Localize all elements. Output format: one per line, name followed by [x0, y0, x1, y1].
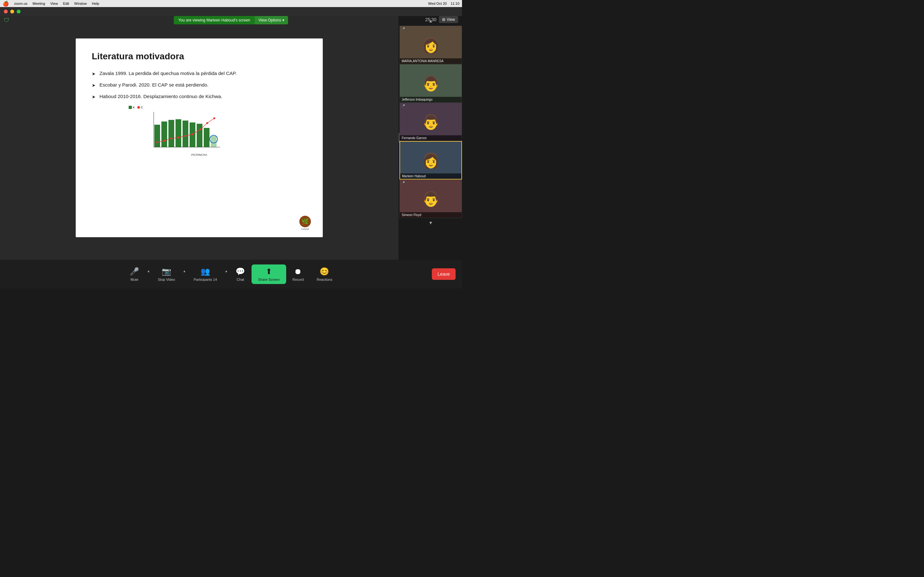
slide-bullet-1: ➤ Zavala 1999. La perdida del quechua mo… — [92, 71, 307, 76]
meeting-timer: 25:30 — [425, 17, 436, 22]
svg-rect-4 — [183, 121, 188, 147]
bullet-arrow-2: ➤ — [92, 83, 95, 88]
bullet-arrow-3: ➤ — [92, 94, 95, 99]
video-label: Stop Video — [158, 277, 175, 282]
toolbar: 🎤 Mute ▲ 📷 Stop Video ▲ 👥 Participants 1… — [0, 259, 462, 288]
system-date: Wed Oct 20 — [428, 2, 447, 5]
mic-off-icon: 🎤 — [401, 104, 405, 108]
apple-menu[interactable]: 🍎 — [3, 1, 9, 7]
record-label: Record — [292, 277, 304, 282]
share-screen-button[interactable]: ⬆ Share Screen — [252, 264, 286, 284]
participants-button[interactable]: 👥 Participants 14 — [187, 264, 224, 284]
scroll-down-button[interactable]: ▼ — [399, 218, 462, 227]
svg-rect-3 — [176, 119, 181, 147]
svg-point-17 — [213, 117, 215, 119]
menu-help[interactable]: Help — [92, 2, 99, 5]
oralidad-logo: 🌿 oralidad — [297, 215, 313, 231]
view-button[interactable]: ⊞ View — [439, 16, 458, 23]
participant-name: MARIA,ANTONIA MANRESA — [400, 58, 462, 64]
participants-section: 👥 Participants 14 ▲ — [187, 264, 229, 284]
main-content: Literatura motivadora ➤ Zavala 1999. La … — [0, 16, 462, 259]
slide-area: Literatura motivadora ➤ Zavala 1999. La … — [0, 16, 399, 259]
svg-point-13 — [184, 135, 186, 137]
chat-button[interactable]: 💬 Chat — [229, 264, 252, 284]
view-options-button[interactable]: View Options ▾ — [255, 16, 288, 24]
top-right-controls: 25:30 ⊞ View — [425, 16, 458, 23]
close-button[interactable] — [4, 10, 8, 13]
slide-bullet-3: ➤ Haboud 2010-2016. Desplazamiento conti… — [92, 93, 307, 99]
notification-message: You are viewing Marleen Haboud's screen — [174, 16, 255, 24]
notification-bar: You are viewing Marleen Haboud's screen … — [174, 16, 288, 24]
svg-rect-0 — [154, 125, 160, 147]
view-icon: ⊞ — [442, 17, 445, 22]
menu-view[interactable]: View — [50, 2, 58, 5]
participants-arrow[interactable]: ▲ — [223, 267, 229, 276]
slide-title: Literatura motivadora — [92, 51, 307, 61]
share-screen-icon: ⬆ — [266, 267, 272, 276]
record-icon: ⏺ — [294, 267, 302, 276]
video-arrow[interactable]: ▲ — [182, 267, 187, 276]
security-icon[interactable]: 🛡 — [4, 17, 10, 24]
system-time: 11:10 — [451, 2, 459, 5]
mute-label: Mute — [131, 277, 138, 282]
menu-bar-right: Wed Oct 20 11:10 — [428, 2, 459, 5]
participants-icon: 👥 — [200, 267, 210, 276]
participant-name: Marleen Haboud — [400, 173, 461, 179]
svg-rect-7 — [204, 128, 210, 147]
participant-name: Fernando Garces — [400, 135, 462, 141]
svg-point-14 — [192, 133, 194, 135]
menu-bar: 🍎 zoom.us Meeting View Edit Window Help … — [0, 0, 462, 7]
participant-tile: 👩 🎤 MARIA,ANTONIA MANRESA — [399, 26, 462, 64]
video-section: 📷 Stop Video ▲ — [152, 264, 187, 284]
reactions-button[interactable]: 😊 Reactions — [310, 264, 339, 284]
svg-point-15 — [199, 129, 201, 131]
legend-c: C — [137, 106, 143, 109]
fullscreen-button[interactable] — [17, 10, 21, 13]
participant-name: Simeon Floyd — [400, 212, 462, 218]
menu-window[interactable]: Window — [74, 2, 87, 5]
svg-rect-2 — [168, 120, 174, 147]
leave-button[interactable]: Leave — [432, 268, 456, 280]
svg-point-12 — [178, 137, 179, 139]
participant-tile: 👨 🎤 Fernando Garces — [399, 103, 462, 141]
svg-rect-8 — [211, 136, 216, 147]
legend-k: K — [129, 106, 135, 109]
chat-label: Chat — [237, 277, 244, 282]
svg-point-10 — [163, 140, 165, 142]
participant-tile: 👨 Jefferson Imbaquingo — [399, 64, 462, 103]
mic-icon: 🎤 — [129, 267, 139, 276]
stop-video-button[interactable]: 📷 Stop Video — [152, 264, 182, 284]
slide: Literatura motivadora ➤ Zavala 1999. La … — [76, 39, 323, 237]
participants-label: Participants 14 — [194, 277, 217, 282]
mute-section: 🎤 Mute ▲ — [123, 264, 152, 284]
menu-zoomus[interactable]: zoom.us — [14, 2, 27, 5]
participants-panel: ▲ 👩 🎤 MARIA,ANTONIA MANRESA 👨 Jefferson … — [399, 16, 462, 259]
mic-off-icon: 🎤 — [401, 27, 405, 31]
minimize-button[interactable] — [10, 10, 14, 13]
participant-name: Jefferson Imbaquingo — [400, 97, 462, 102]
svg-point-16 — [206, 122, 208, 124]
mute-button[interactable]: 🎤 Mute — [123, 264, 145, 284]
mute-arrow[interactable]: ▲ — [145, 267, 152, 276]
svg-point-11 — [170, 137, 172, 139]
menu-edit[interactable]: Edit — [63, 2, 69, 5]
participant-tile: 👨 🎤 Simeon Floyd — [399, 179, 462, 218]
share-screen-label: Share Screen — [258, 277, 279, 282]
svg-rect-1 — [162, 121, 167, 147]
view-label: View — [447, 17, 455, 22]
camera-icon: 📷 — [162, 267, 171, 276]
mic-off-icon: 🎤 — [401, 181, 405, 185]
svg-rect-6 — [197, 124, 202, 147]
chart-svg — [151, 110, 247, 152]
bullet-arrow-1: ➤ — [92, 71, 95, 76]
window-chrome — [0, 7, 462, 16]
slide-bullet-2: ➤ Escobar y Parodi. 2020. El CAP se está… — [92, 82, 307, 88]
reactions-label: Reactions — [317, 277, 333, 282]
chat-icon: 💬 — [236, 267, 245, 276]
menu-meeting[interactable]: Meeting — [33, 2, 45, 5]
participant-tile-active: 👩 Marleen Haboud — [399, 141, 462, 179]
reactions-icon: 😊 — [320, 267, 329, 276]
chart-place-label: PICHINCHA — [191, 153, 207, 156]
svg-point-9 — [156, 141, 158, 143]
record-button[interactable]: ⏺ Record — [286, 264, 310, 284]
